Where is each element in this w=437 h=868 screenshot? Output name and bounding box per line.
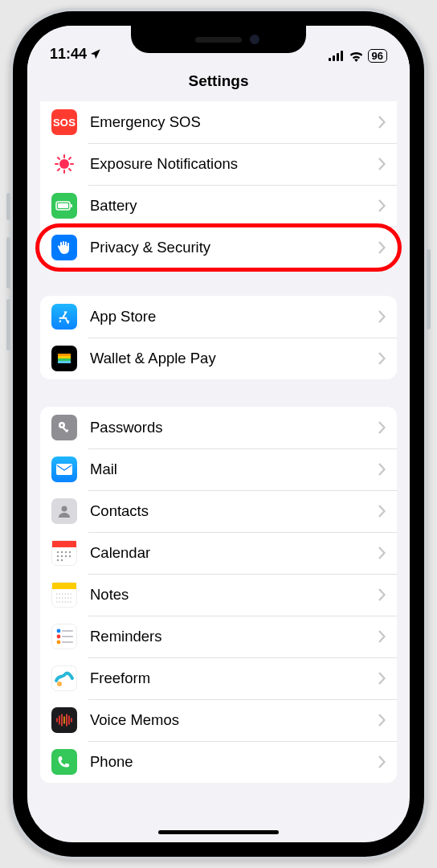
row-emergency-sos[interactable]: SOS Emergency SOS xyxy=(40,101,397,143)
svg-rect-2 xyxy=(337,53,339,61)
chevron-right-icon xyxy=(378,588,386,601)
row-label: Privacy & Security xyxy=(90,239,378,256)
svg-rect-20 xyxy=(58,361,71,363)
row-app-store[interactable]: App Store xyxy=(40,296,397,338)
row-exposure-notifications[interactable]: Exposure Notifications xyxy=(40,143,397,185)
svg-line-10 xyxy=(69,169,71,170)
svg-point-44 xyxy=(57,641,61,645)
svg-rect-18 xyxy=(58,356,71,358)
row-contacts[interactable]: Contacts xyxy=(40,490,397,532)
wallet-icon xyxy=(51,346,77,371)
svg-point-48 xyxy=(57,682,62,686)
contacts-icon xyxy=(51,498,77,524)
key-icon xyxy=(51,415,77,440)
svg-point-29 xyxy=(61,551,63,553)
row-label: Exposure Notifications xyxy=(90,155,378,173)
chevron-right-icon xyxy=(378,672,386,685)
chevron-right-icon xyxy=(378,158,386,170)
exposure-icon xyxy=(51,151,77,177)
battery-level: 96 xyxy=(368,49,387,63)
page-title: Settings xyxy=(27,72,410,90)
row-label: Calendar xyxy=(90,544,378,562)
reminders-icon xyxy=(51,624,77,649)
svg-rect-0 xyxy=(329,58,331,61)
status-time: 11:44 xyxy=(50,46,87,63)
cellular-icon xyxy=(329,51,345,61)
hand-icon xyxy=(51,235,77,260)
svg-rect-38 xyxy=(52,583,76,589)
device-frame: 11:44 96 Settings SOS Emergency SOS xyxy=(10,8,427,860)
row-label: Emergency SOS xyxy=(90,113,378,131)
settings-scroll[interactable]: SOS Emergency SOS Exposure Notifications xyxy=(27,101,410,841)
svg-point-33 xyxy=(61,555,63,557)
row-label: Battery xyxy=(90,197,378,215)
chevron-right-icon xyxy=(378,630,386,643)
svg-rect-14 xyxy=(58,203,68,208)
row-reminders[interactable]: Reminders xyxy=(40,616,397,657)
row-label: Voice Memos xyxy=(90,711,378,729)
chevron-right-icon xyxy=(378,463,386,476)
svg-rect-3 xyxy=(341,51,343,61)
row-wallet-apple-pay[interactable]: Wallet & Apple Pay xyxy=(40,338,397,379)
volume-down xyxy=(6,299,10,350)
phone-icon xyxy=(51,749,77,775)
chevron-right-icon xyxy=(378,755,386,768)
svg-rect-17 xyxy=(58,354,71,356)
row-mail[interactable]: Mail xyxy=(40,448,397,490)
svg-point-42 xyxy=(57,629,61,633)
svg-rect-1 xyxy=(333,55,335,61)
notes-icon xyxy=(51,582,77,608)
row-label: Phone xyxy=(90,753,378,771)
notch xyxy=(131,26,306,53)
row-notes[interactable]: Notes xyxy=(40,574,397,616)
chevron-right-icon xyxy=(378,199,386,212)
appstore-icon xyxy=(51,304,77,330)
volume-up xyxy=(6,237,10,289)
chevron-right-icon xyxy=(378,714,386,727)
row-privacy-security[interactable]: Privacy & Security xyxy=(40,227,397,268)
svg-rect-19 xyxy=(58,358,71,361)
chevron-right-icon xyxy=(378,352,386,365)
header: Settings xyxy=(27,66,410,101)
power-button xyxy=(427,249,431,330)
row-label: Mail xyxy=(90,461,378,478)
row-passwords[interactable]: Passwords xyxy=(40,407,397,448)
row-label: Passwords xyxy=(90,419,378,436)
settings-group-apps: Passwords Mail Contacts xyxy=(40,407,397,783)
settings-group-store: App Store Wallet & Apple Pay xyxy=(40,296,397,379)
row-label: App Store xyxy=(90,308,378,326)
chevron-right-icon xyxy=(378,241,386,254)
row-label: Wallet & Apple Pay xyxy=(90,350,378,367)
mail-icon xyxy=(51,457,77,482)
row-freeform[interactable]: Freeform xyxy=(40,657,397,699)
svg-rect-25 xyxy=(56,464,72,475)
svg-point-32 xyxy=(57,555,59,557)
svg-point-26 xyxy=(62,506,67,512)
svg-line-12 xyxy=(58,169,59,170)
settings-group-core: SOS Emergency SOS Exposure Notifications xyxy=(40,101,397,268)
row-battery[interactable]: Battery xyxy=(40,185,397,227)
svg-point-43 xyxy=(57,635,61,639)
svg-point-31 xyxy=(69,551,71,553)
row-calendar[interactable]: Calendar xyxy=(40,532,397,574)
chevron-right-icon xyxy=(378,310,386,323)
silent-switch xyxy=(6,193,10,220)
chevron-right-icon xyxy=(378,421,386,434)
location-icon xyxy=(89,48,101,60)
svg-point-30 xyxy=(65,551,67,553)
chevron-right-icon xyxy=(378,116,386,129)
svg-point-35 xyxy=(69,555,71,557)
row-label: Freeform xyxy=(90,669,378,687)
row-label: Contacts xyxy=(90,502,378,520)
calendar-icon xyxy=(51,540,77,566)
svg-line-11 xyxy=(69,158,71,159)
voicememos-icon xyxy=(51,707,77,733)
sos-icon: SOS xyxy=(51,109,77,135)
home-indicator[interactable] xyxy=(158,830,279,834)
svg-point-4 xyxy=(59,159,69,169)
row-label: Notes xyxy=(90,586,378,604)
row-phone[interactable]: Phone xyxy=(40,741,397,783)
svg-point-34 xyxy=(65,555,67,557)
svg-point-28 xyxy=(57,551,59,553)
row-voice-memos[interactable]: Voice Memos xyxy=(40,699,397,741)
